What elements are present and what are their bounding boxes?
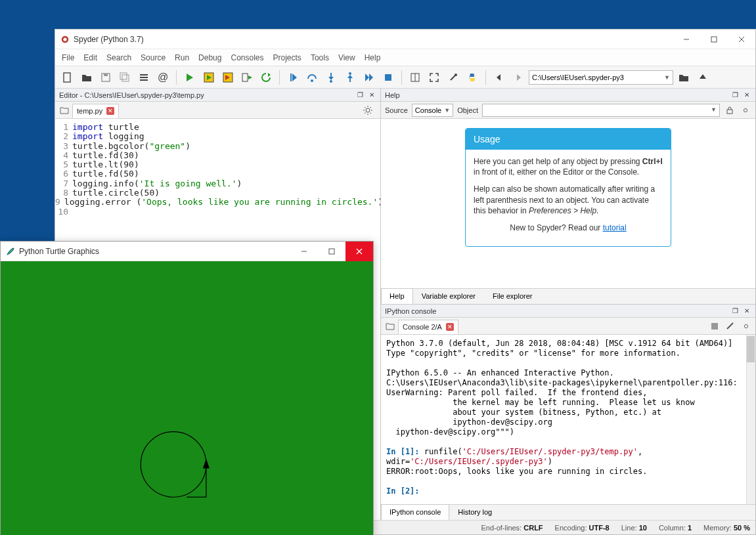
main-toolbar: @ C:\Users\IEUser\.spyder-py3▼ — [55, 66, 755, 89]
svg-point-36 — [455, 74, 457, 76]
tutorial-link[interactable]: tutorial — [603, 223, 627, 232]
file-browser-icon[interactable] — [58, 104, 71, 117]
menubar: File Edit Search Source Run Debug Consol… — [55, 49, 755, 66]
menu-help[interactable]: Help — [365, 53, 381, 62]
file-browser-icon[interactable] — [384, 320, 397, 333]
run-selection-icon[interactable] — [238, 69, 256, 86]
run-cell-icon[interactable] — [200, 69, 217, 86]
turtle-titlebar[interactable]: Python Turtle Graphics — [1, 242, 373, 261]
stop-console-icon[interactable] — [708, 320, 721, 333]
menu-search[interactable]: Search — [106, 53, 131, 62]
help-source-label: Source — [385, 106, 408, 114]
help-object-input[interactable]: ▼ — [482, 104, 720, 117]
tab-variable-explorer[interactable]: Variable explorer — [413, 288, 484, 304]
svg-rect-10 — [122, 75, 129, 81]
lock-icon[interactable] — [724, 104, 736, 116]
minimize-button[interactable] — [673, 30, 700, 49]
usage-shortcut: Ctrl+I — [642, 157, 663, 166]
usage-prefs: Preferences > Help — [529, 206, 596, 215]
svg-marker-26 — [328, 77, 334, 80]
svg-point-27 — [330, 80, 332, 83]
debug-continue-icon[interactable] — [361, 69, 378, 86]
svg-rect-3 — [711, 37, 717, 42]
list-icon[interactable] — [135, 69, 152, 86]
menu-run[interactable]: Run — [175, 53, 189, 62]
open-file-icon[interactable] — [78, 69, 95, 86]
undock-icon[interactable]: ❐ — [730, 307, 740, 316]
menu-source[interactable]: Source — [141, 53, 166, 62]
turtle-maximize-button[interactable] — [318, 242, 345, 261]
debug-stop-icon[interactable] — [380, 69, 397, 86]
svg-marker-38 — [517, 74, 521, 81]
close-pane-icon[interactable]: ✕ — [742, 307, 751, 316]
debug-step-out-icon[interactable] — [342, 69, 359, 86]
close-pane-icon[interactable]: ✕ — [367, 91, 376, 100]
layout-icon[interactable] — [407, 69, 424, 86]
debug-step-over-icon[interactable] — [303, 69, 321, 86]
close-pane-icon[interactable]: ✕ — [742, 91, 751, 100]
browse-dir-icon[interactable] — [675, 69, 692, 86]
tab-file-explorer[interactable]: File explorer — [484, 288, 541, 304]
usage-p1c: in front of it, either on the Editor or … — [474, 167, 639, 177]
tab-help[interactable]: Help — [381, 288, 413, 304]
scrollbar[interactable] — [746, 335, 755, 504]
svg-marker-32 — [369, 74, 373, 81]
debug-step-icon[interactable] — [284, 69, 301, 86]
forward-icon[interactable] — [510, 69, 527, 86]
gear-icon[interactable] — [740, 320, 753, 333]
parent-dir-icon[interactable] — [694, 69, 711, 86]
tab-ipython-console[interactable]: IPython console — [381, 504, 449, 520]
turtle-window: Python Turtle Graphics — [0, 241, 374, 535]
tab-history-log[interactable]: History log — [449, 504, 500, 520]
preferences-icon[interactable] — [445, 69, 462, 86]
separator — [485, 70, 486, 85]
tab-close-icon[interactable]: ✕ — [446, 323, 454, 331]
new-file-icon[interactable] — [59, 69, 76, 86]
chevron-down-icon: ▼ — [664, 74, 670, 81]
clear-console-icon[interactable] — [724, 320, 737, 333]
run-cell-advance-icon[interactable] — [219, 69, 236, 86]
run-icon[interactable] — [181, 69, 198, 86]
close-button[interactable] — [728, 30, 755, 49]
console-output[interactable]: Python 3.7.0 (default, Jun 28 2018, 08:0… — [381, 335, 755, 504]
svg-point-50 — [744, 108, 747, 112]
turtle-minimize-button[interactable] — [290, 242, 318, 261]
separator — [279, 70, 280, 85]
help-source-value: Console — [415, 106, 441, 114]
at-icon[interactable]: @ — [154, 69, 171, 86]
svg-marker-39 — [700, 74, 706, 79]
menu-debug[interactable]: Debug — [198, 53, 221, 62]
debug-step-into-icon[interactable] — [322, 69, 340, 86]
maximize-button[interactable] — [700, 30, 728, 49]
svg-rect-6 — [64, 73, 70, 82]
editor-options-icon[interactable] — [359, 102, 376, 119]
save-file-icon[interactable] — [97, 69, 114, 86]
back-icon[interactable] — [491, 69, 508, 86]
turtle-window-title: Python Turtle Graphics — [19, 247, 290, 256]
titlebar[interactable]: Spyder (Python 3.7) — [55, 30, 755, 49]
status-memory-label: Memory: — [703, 524, 732, 532]
undock-icon[interactable]: ❐ — [355, 91, 365, 100]
python-icon[interactable] — [464, 69, 481, 86]
turtle-close-button[interactable] — [345, 242, 373, 261]
save-all-icon[interactable] — [116, 69, 133, 86]
gear-icon[interactable] — [740, 104, 751, 116]
menu-edit[interactable]: Edit — [83, 53, 97, 62]
svg-line-46 — [370, 107, 372, 108]
help-source-select[interactable]: Console▼ — [412, 104, 453, 117]
menu-file[interactable]: File — [62, 53, 74, 62]
console-tab[interactable]: Console 2/A ✕ — [398, 320, 458, 334]
menu-projects[interactable]: Projects — [273, 53, 301, 62]
menu-consoles[interactable]: Consoles — [231, 53, 263, 62]
svg-rect-9 — [120, 73, 127, 79]
fullscreen-icon[interactable] — [426, 69, 443, 86]
menu-tools[interactable]: Tools — [311, 53, 329, 62]
menu-view[interactable]: View — [338, 53, 355, 62]
editor-tab-temp[interactable]: temp.py ✕ — [72, 104, 119, 118]
working-directory-combo[interactable]: C:\Users\IEUser\.spyder-py3▼ — [529, 70, 673, 85]
rerun-icon[interactable] — [257, 69, 275, 86]
undock-icon[interactable]: ❐ — [730, 91, 740, 100]
scrollbar-thumb[interactable] — [747, 336, 755, 362]
separator — [401, 70, 402, 85]
tab-close-icon[interactable]: ✕ — [106, 107, 114, 115]
